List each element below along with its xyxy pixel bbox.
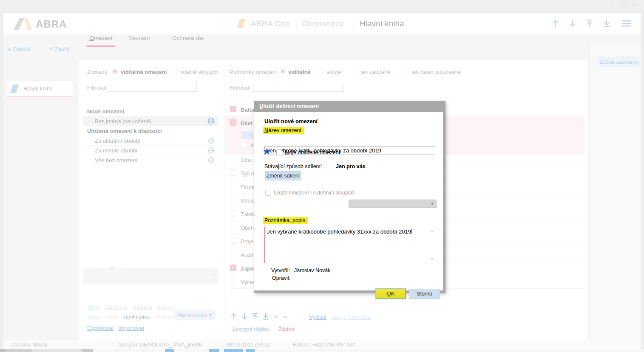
save-with-columns-checkbox[interactable] <box>265 190 271 196</box>
change-sharing-button[interactable]: Změnit sdílení <box>265 171 301 180</box>
name-label: Název omezení: <box>263 127 304 134</box>
sharing-value: Jen pro vás <box>336 163 365 169</box>
save-restriction-dialog: Uložit definici omezení × Uložit nové om… <box>254 101 445 293</box>
dropdown-icon: ▼ <box>430 201 434 206</box>
text-caret <box>411 229 411 234</box>
modified-label: Opravil: <box>272 275 290 281</box>
created-value: Jaroslav Novák <box>294 268 330 273</box>
ok-button[interactable]: OK <box>376 289 406 299</box>
dialog-titlebar[interactable]: Uložit definici omezení × <box>254 101 445 112</box>
created-label: Vytvořil: <box>271 268 290 273</box>
save-with-columns-label: Uložit omezení i s definicí sloupců: <box>274 190 355 196</box>
sharing-label: Stávající způsob sdílení: <box>264 163 322 169</box>
dialog-heading: Uložit nové omezení <box>264 118 318 124</box>
dialog-body: Uložit nové omezení Název omezení: ★ Moj… <box>254 112 440 290</box>
star-icon: ★ <box>263 146 271 157</box>
note-label: Poznámka, popis: <box>263 217 308 224</box>
note-textarea[interactable]: Jen vybrané krátkodobé pohledávky 31xxx … <box>264 227 435 263</box>
columns-definition-select[interactable]: ▼ <box>349 200 437 208</box>
cancel-button[interactable]: Storno <box>409 289 440 299</box>
scroll-down-icon[interactable]: ▼ <box>430 257 434 261</box>
favorite-label: Moje oblíbené omezení <box>285 149 340 155</box>
favorite-checkbox[interactable] <box>276 149 282 155</box>
scroll-up-icon[interactable]: ▲ <box>430 229 434 233</box>
